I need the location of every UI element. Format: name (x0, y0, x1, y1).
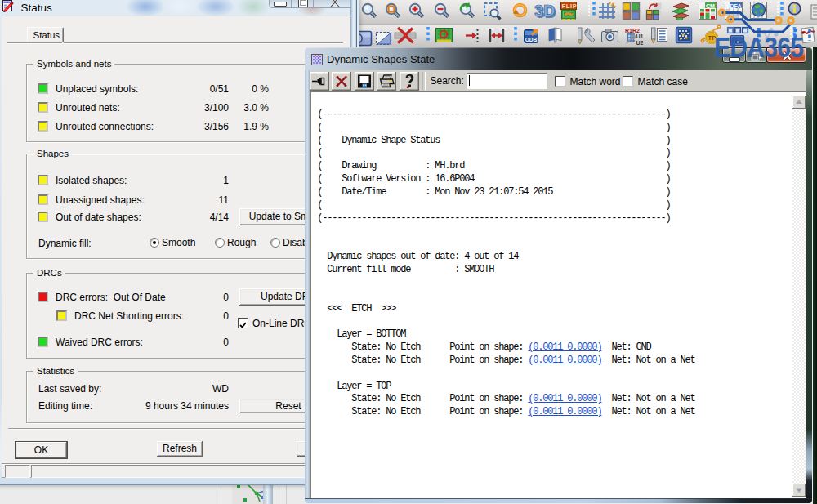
svg-text:FLIP: FLIP (562, 2, 578, 10)
svg-text:TP: TP (708, 34, 717, 42)
svg-text:CM: CM (706, 3, 715, 9)
svg-text:ODB: ODB (525, 37, 538, 42)
svg-text:U1: U1 (636, 33, 644, 39)
svg-text:U2: U2 (636, 40, 644, 46)
svg-text:R1R2: R1R2 (625, 28, 640, 33)
svg-text:DFA: DFA (730, 3, 742, 9)
svg-text:3D: 3D (534, 2, 556, 20)
